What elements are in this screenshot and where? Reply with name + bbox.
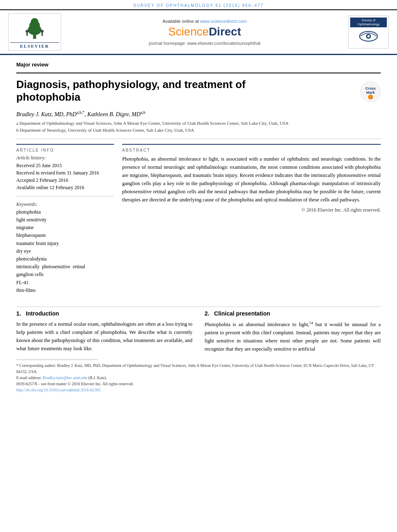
title-divider xyxy=(16,73,381,73)
crossmark-icon[interactable]: Cross Mark ✓ xyxy=(360,82,381,102)
keyword-7: photoculodynia xyxy=(16,255,114,263)
title-area: Diagnosis, pathophysiology, and treatmen… xyxy=(16,78,381,110)
svg-rect-5 xyxy=(26,33,28,35)
section2-heading: 2. Clinical presentation xyxy=(205,310,381,317)
svg-text:Cross: Cross xyxy=(365,86,376,91)
abstract-label: ABSTRACT xyxy=(122,148,381,152)
eye-icon xyxy=(358,29,379,43)
elsevier-tree-icon xyxy=(18,15,51,40)
keywords-heading: Keywords: xyxy=(16,201,114,208)
elsevier-label: ELSEVIER xyxy=(10,42,59,49)
svg-rect-7 xyxy=(42,33,43,35)
affiliation-a: a Department of Ophthalmology and Visual… xyxy=(16,120,381,126)
svg-point-4 xyxy=(26,30,29,33)
svg-text:✓: ✓ xyxy=(369,96,372,99)
survey-logo: Survey of Ophthalmology xyxy=(348,15,389,49)
keyword-8: intrinsically photosensitive retinalgang… xyxy=(16,263,114,278)
keyword-9: FL-41 xyxy=(16,279,114,287)
section2-number: 2. xyxy=(205,310,210,317)
abstract-copyright: © 2016 Elsevier Inc. All rights reserved… xyxy=(122,207,381,213)
journal-homepage: journal homepage: www.elsevier.com/locat… xyxy=(69,41,340,46)
keyword-5: traumatic brain injury xyxy=(16,240,114,247)
journal-header: SURVEY OF OPHTHALMOLOGY 61 (2016) 466–47… xyxy=(0,0,397,10)
journal-title-top: SURVEY OF OPHTHALMOLOGY 61 (2016) 466–47… xyxy=(0,3,397,8)
section2-title: Clinical presentation xyxy=(214,310,270,317)
footnote-divider xyxy=(16,360,98,360)
keyword-4: blepharospasm xyxy=(16,232,114,239)
article-info-label: ARTICLE INFO xyxy=(16,148,114,152)
section1-number: 1. xyxy=(16,310,21,317)
elsevier-logo: ELSEVIER xyxy=(8,13,61,51)
doi-link[interactable]: http://dx.doi.org/10.1016/j.survophthal.… xyxy=(16,388,101,392)
abstract-column: ABSTRACT Photophobia, an abnormal intole… xyxy=(122,144,381,298)
svg-point-3 xyxy=(31,18,38,25)
survey-logo-blue: Survey of Ophthalmology xyxy=(350,18,387,28)
footnote-doi: http://dx.doi.org/10.1016/j.survophthal.… xyxy=(16,387,381,393)
svg-point-6 xyxy=(41,30,44,33)
article-info-column: ARTICLE INFO Article history: Received 2… xyxy=(16,144,114,298)
section-type-label: Major review xyxy=(16,62,381,68)
keywords-divider xyxy=(16,196,114,196)
svg-point-11 xyxy=(367,35,368,36)
author1-name: Bradley J. Katz, MD, PhD xyxy=(16,111,77,117)
section1-text: In the presence of a normal ocular exam,… xyxy=(16,320,193,353)
header-content: ELSEVIER Available online at www.science… xyxy=(0,10,397,55)
footnote-email: E-mail address: Bradley.katz@hsc.utah.ed… xyxy=(16,375,381,381)
abstract-text: Photophobia, an abnormal intolerance to … xyxy=(122,155,381,204)
section2-text: Photophobia is an abnormal intolerance t… xyxy=(205,320,381,353)
footnote-corresponding: * Corresponding author: Bradley J. Katz,… xyxy=(16,362,381,375)
email-link[interactable]: Bradley.katz@hsc.utah.edu xyxy=(43,375,87,380)
available-online: Available online at www.sciencedirect.co… xyxy=(69,19,340,24)
keyword-10: thin-films xyxy=(16,287,114,294)
section1-heading: 1. Introduction xyxy=(16,310,193,317)
section1-column: 1. Introduction In the presence of a nor… xyxy=(16,310,193,353)
affiliation-b: b Department of Neurology, University of… xyxy=(16,127,381,133)
keyword-2: light sensitivity xyxy=(16,216,114,224)
content-divider xyxy=(16,139,381,139)
article-history: Article history: Received 25 June 2015 R… xyxy=(16,155,114,191)
abstract-top-divider xyxy=(122,144,381,145)
footnote-issn: 0039-6257/$ – see front matter © 2016 El… xyxy=(16,381,381,387)
keyword-1: photophobia xyxy=(16,208,114,216)
svg-text:Mark: Mark xyxy=(366,91,375,95)
sciencedirect-logo: ScienceDirect xyxy=(69,25,340,38)
sciencedirect-link[interactable]: www.sciencedirect.com xyxy=(200,19,246,24)
keyword-6: dry eye xyxy=(16,247,114,255)
section2-ref: 54 xyxy=(309,321,313,325)
received-date: Received 25 June 2015 xyxy=(16,162,114,169)
keywords-block: Keywords: photophobia light sensitivity … xyxy=(16,201,114,294)
keyword-3: migraine xyxy=(16,224,114,232)
section2-column: 2. Clinical presentation Photophobia is … xyxy=(205,310,381,353)
author2-sup: a,b xyxy=(140,110,145,115)
left-col-top-divider xyxy=(16,144,114,145)
body-columns: 1. Introduction In the presence of a nor… xyxy=(16,307,381,353)
info-abstract-columns: ARTICLE INFO Article history: Received 2… xyxy=(16,144,381,298)
accepted-date: Accepted 2 February 2016 xyxy=(16,177,114,184)
author1-sup: a,b,* xyxy=(77,110,84,115)
available-online-date: Available online 12 February 2016 xyxy=(16,184,114,191)
main-content: Major review Diagnosis, pathophysiology,… xyxy=(0,55,397,400)
received-revised-date: Received in revised form 31 January 2016 xyxy=(16,169,114,177)
history-heading: Article history: xyxy=(16,155,114,161)
header-center: Available online at www.sciencedirect.co… xyxy=(61,19,348,46)
article-title: Diagnosis, pathophysiology, and treatmen… xyxy=(16,78,309,104)
author2-name: , Kathleen B. Digre, MD xyxy=(85,111,141,117)
section1-title: Introduction xyxy=(26,310,59,317)
authors: Bradley J. Katz, MD, PhDa,b,*, Kathleen … xyxy=(16,110,381,118)
